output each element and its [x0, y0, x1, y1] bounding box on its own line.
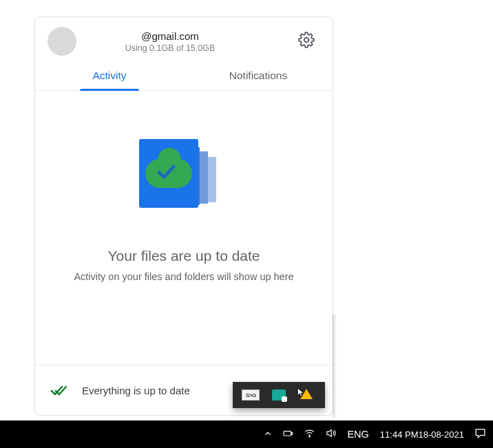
chevron-up-icon [263, 429, 273, 440]
footer-status-text: Everything is up to date [82, 385, 190, 396]
wifi-icon [304, 427, 315, 441]
drive-status-card: @gmail.com Using 0.1GB of 15.0GB Activit… [34, 17, 333, 416]
tray-overflow-panel: S>G [233, 382, 325, 408]
cursor-icon [296, 386, 306, 398]
storage-usage: Using 0.1GB of 15.0GB [48, 43, 293, 53]
touchpad-icon [272, 390, 286, 401]
tab-bar: Activity Notifications [35, 60, 333, 91]
status-subtext: Activity on your files and folders will … [74, 271, 293, 282]
google-drive-icon [299, 387, 315, 403]
double-check-icon [50, 382, 67, 398]
tray-item-drive[interactable] [296, 387, 318, 403]
tray-item-app[interactable] [268, 387, 290, 403]
svg-rect-1 [284, 431, 292, 436]
tray-item-screentogif[interactable]: S>G [240, 387, 262, 403]
svg-point-0 [304, 38, 308, 42]
tray-chevron-button[interactable] [258, 420, 277, 448]
battery-button[interactable] [277, 420, 299, 448]
card-header: @gmail.com Using 0.1GB of 15.0GB [35, 17, 333, 60]
svg-marker-4 [327, 430, 331, 437]
action-center-button[interactable] [470, 420, 490, 448]
language-indicator[interactable]: ENG [342, 420, 374, 448]
settings-button[interactable] [293, 28, 320, 55]
notification-icon [474, 427, 487, 442]
status-heading: Your files are up to date [107, 248, 260, 264]
clock-time: 11:44 PM [380, 429, 419, 440]
windows-taskbar: ENG 11:44 PM 18-08-2021 [0, 420, 493, 448]
battery-icon [282, 427, 294, 441]
account-info: @gmail.com Using 0.1GB of 15.0GB [48, 30, 293, 53]
checkmark-icon [154, 160, 178, 183]
volume-button[interactable] [320, 420, 342, 448]
tab-activity[interactable]: Activity [35, 60, 184, 90]
uptodate-illustration [139, 139, 229, 213]
screentogif-icon: S>G [242, 390, 260, 401]
activity-content: Your files are up to date Activity on yo… [35, 91, 333, 365]
clock-button[interactable]: 11:44 PM 18-08-2021 [375, 420, 470, 448]
tab-notifications[interactable]: Notifications [184, 60, 333, 90]
gear-icon [298, 32, 315, 51]
wifi-button[interactable] [299, 420, 320, 448]
svg-rect-2 [292, 432, 293, 434]
account-email: @gmail.com [48, 30, 293, 42]
speaker-icon [325, 427, 337, 441]
svg-point-3 [309, 436, 310, 437]
clock-date: 18-08-2021 [419, 429, 465, 440]
